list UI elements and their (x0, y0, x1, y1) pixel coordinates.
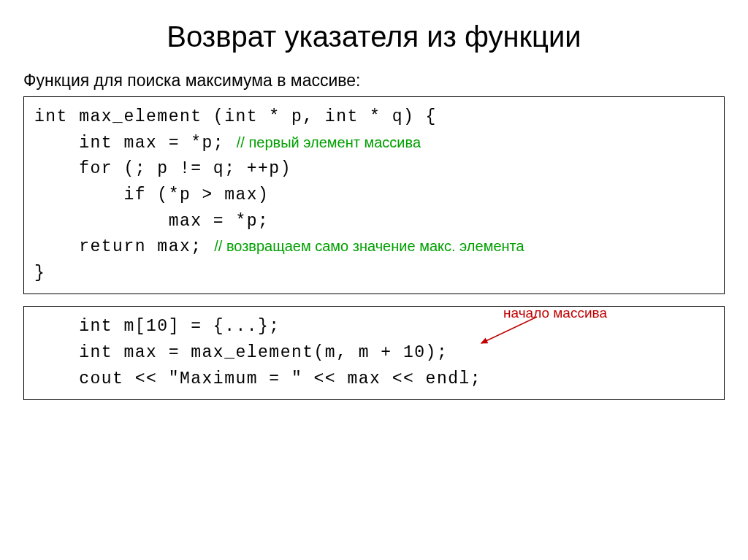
code-line: cout << "Maximum = " << max << endl; (34, 367, 714, 393)
code-line: max = *p; (34, 209, 714, 235)
code-line: int max = max_element(m, m + 10); (34, 340, 714, 367)
code-line: int max = *p; // первый элемент массива (34, 131, 714, 157)
code-line: } (34, 261, 714, 287)
code-comment: // первый элемент массива (224, 134, 421, 150)
subtitle-text: Функция для поиска максимума в массиве: (0, 71, 748, 96)
code-block-2: int m[10] = {...}; int max = max_element… (23, 306, 725, 400)
code-line: if (*p > max) (34, 183, 714, 209)
code-line: return max; // возвращаем само значение … (34, 234, 714, 261)
annotation-label: начало массива (503, 302, 607, 323)
slide-title: Возврат указателя из функции (0, 0, 748, 71)
code-line: for (; p != q; ++p) (34, 156, 714, 183)
code-line: int max_element (int * p, int * q) { (34, 104, 714, 131)
code-line: int m[10] = {...}; (34, 314, 714, 340)
code-comment: // возвращаем само значение макс. элемен… (202, 238, 524, 254)
code-block-1: int max_element (int * p, int * q) { int… (23, 96, 725, 294)
